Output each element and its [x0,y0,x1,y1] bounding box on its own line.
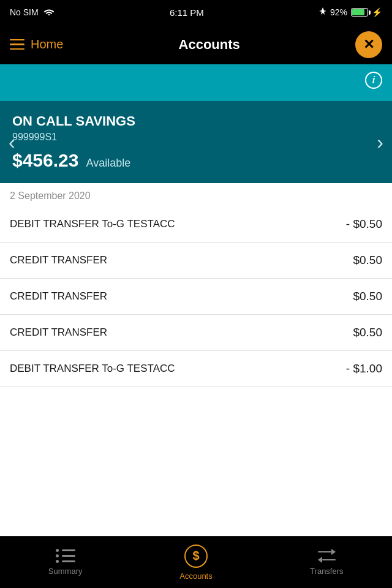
transaction-description: CREDIT TRANSFER [10,326,353,339]
status-time: 6:11 PM [170,7,204,18]
transactions-list: 2 September 2020 DEBIT TRANSFER To-G TES… [0,183,392,387]
transaction-amount: - $0.50 [346,217,382,231]
next-account-button[interactable]: › [371,125,390,160]
transaction-description: CREDIT TRANSFER [10,290,353,303]
account-balance-row: $456.23 Available [12,150,361,171]
accounts-icon: $ [184,545,208,568]
transaction-row[interactable]: CREDIT TRANSFER $0.50 [0,315,392,351]
transactions-wrapper: 2 September 2020 DEBIT TRANSFER To-G TES… [0,183,392,536]
close-button[interactable]: ✕ [355,31,382,58]
main-content: i ‹ ON CALL SAVINGS 999999S1 $456.23 Ava… [0,64,392,536]
status-right: 92% ⚡ [319,7,382,18]
transaction-rows-container: DEBIT TRANSFER To-G TESTACC - $0.50 CRED… [0,206,392,387]
header-left: Home [10,37,63,51]
wifi-icon [43,7,55,18]
transfers-icon [318,549,336,563]
nav-item-summary[interactable]: Summary [0,544,130,581]
transaction-row[interactable]: CREDIT TRANSFER $0.50 [0,243,392,279]
prev-account-button[interactable]: ‹ [2,125,21,160]
battery-percentage: 92% [330,7,347,17]
bottom-nav: Summary $ Accounts Transfers [0,536,392,588]
info-icon: i [372,75,375,86]
status-bar: No SIM 6:11 PM 92% ⚡ [0,0,392,24]
transaction-row[interactable]: CREDIT TRANSFER $0.50 [0,279,392,315]
transaction-description: CREDIT TRANSFER [10,254,353,267]
transaction-amount: $0.50 [353,326,382,339]
home-link[interactable]: Home [31,37,63,51]
transaction-amount: - $1.00 [346,362,382,375]
teal-banner: i [0,64,392,101]
transaction-row[interactable]: DEBIT TRANSFER To-G TESTACC - $0.50 [0,206,392,243]
charging-icon: ⚡ [372,7,382,17]
date-header: 2 September 2020 [0,183,392,206]
menu-button[interactable] [10,39,24,50]
location-icon [319,7,326,18]
status-left: No SIM [10,7,55,18]
carrier-text: No SIM [10,7,39,17]
account-name: ON CALL SAVINGS [12,113,361,129]
account-info: ON CALL SAVINGS 999999S1 $456.23 Availab… [12,113,361,171]
transaction-description: DEBIT TRANSFER To-G TESTACC [10,362,346,375]
nav-item-accounts[interactable]: $ Accounts [130,540,261,586]
account-number: 999999S1 [12,132,361,143]
info-button[interactable]: i [365,72,382,89]
battery-icon [351,8,368,17]
transaction-amount: $0.50 [353,290,382,303]
summary-label: Summary [48,567,83,576]
account-balance: $456.23 [12,150,78,171]
accounts-label: Accounts [179,571,212,581]
close-icon: ✕ [363,38,374,51]
summary-icon [56,549,75,563]
nav-item-transfers[interactable]: Transfers [262,544,392,581]
transaction-description: DEBIT TRANSFER To-G TESTACC [10,217,346,231]
transaction-row[interactable]: DEBIT TRANSFER To-G TESTACC - $1.00 [0,351,392,387]
account-card: ‹ ON CALL SAVINGS 999999S1 $456.23 Avail… [0,101,392,183]
page-title: Accounts [179,37,240,53]
account-available-label: Available [86,157,130,170]
transfers-label: Transfers [310,567,343,576]
header: Home Accounts ✕ [0,24,392,64]
transaction-amount: $0.50 [353,254,382,267]
